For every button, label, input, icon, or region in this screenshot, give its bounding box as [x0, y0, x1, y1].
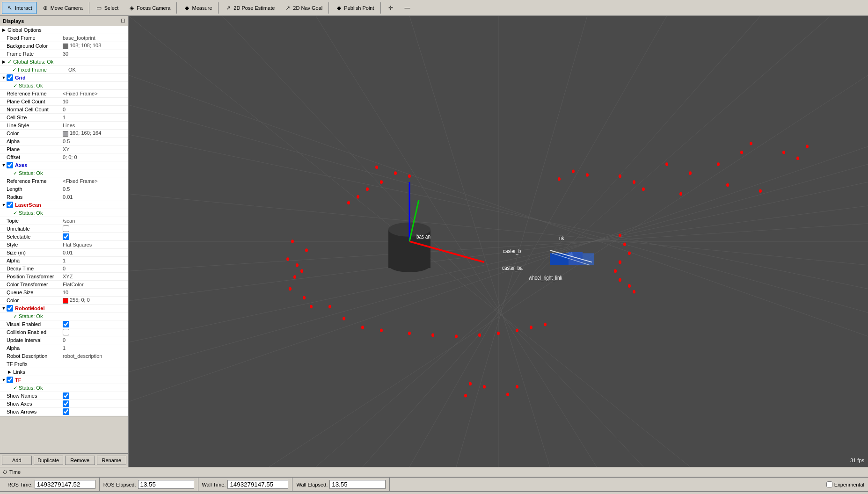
svg-point-56	[478, 334, 481, 337]
select-icon: ▭	[95, 4, 103, 12]
svg-point-81	[388, 222, 430, 236]
experimental-checkbox[interactable]	[826, 481, 832, 487]
wall-elapsed-input[interactable]	[329, 480, 386, 489]
svg-point-42	[286, 257, 289, 261]
add-toolbar-button[interactable]: ✛	[383, 2, 399, 14]
tf-show-axes-row: Show Axes	[0, 400, 128, 408]
svg-rect-92	[569, 252, 583, 265]
displays-header: Displays ☐	[0, 16, 128, 26]
expand-global-status[interactable]: ▶	[1, 59, 7, 64]
laserscan-queue-row: Queue Size 10	[0, 289, 128, 297]
grid-header[interactable]: ▼ Grid	[0, 74, 128, 82]
svg-point-40	[291, 240, 294, 243]
visual-enabled-checkbox[interactable]	[63, 321, 69, 327]
focus-camera-button[interactable]: ◈ Focus Camera	[124, 2, 175, 14]
rename-display-button[interactable]: Rename	[97, 456, 127, 465]
select-button[interactable]: ▭ Select	[91, 2, 123, 14]
svg-point-67	[623, 243, 626, 247]
experimental-section: Experimental	[826, 481, 864, 487]
svg-line-3	[129, 224, 868, 271]
grid-ref-frame-row: Reference Frame <Fixed Frame>	[0, 90, 128, 98]
expand-robotmodel[interactable]: ▼	[1, 306, 7, 311]
unreliable-checkbox[interactable]	[63, 225, 69, 232]
show-arrows-checkbox[interactable]	[63, 408, 69, 415]
add-display-button[interactable]: Add	[2, 456, 32, 465]
axes-length-row: Length 0.5	[0, 185, 128, 193]
svg-point-72	[628, 284, 631, 288]
tf-header[interactable]: ▼ TF	[0, 376, 128, 384]
svg-point-22	[375, 166, 378, 169]
show-names-checkbox[interactable]	[63, 392, 69, 399]
svg-point-23	[394, 171, 397, 175]
svg-point-26	[357, 195, 359, 199]
svg-point-21	[408, 174, 411, 178]
toolbar-separator-5	[380, 2, 381, 14]
displays-tree[interactable]: ▶ Global Options Fixed Frame base_footpr…	[0, 26, 128, 416]
svg-point-59	[530, 326, 532, 329]
displays-title: Displays	[3, 18, 24, 24]
nav-icon: ↗	[284, 4, 292, 12]
grid-plane-count-row: Plane Cell Count 10	[0, 98, 128, 106]
expand-grid[interactable]: ▼	[1, 75, 7, 80]
svg-point-47	[303, 296, 306, 300]
expand-links[interactable]: ▶	[7, 370, 12, 374]
grid-offset-row: Offset 0; 0; 0	[0, 153, 128, 161]
robotmodel-checkbox[interactable]	[7, 305, 13, 312]
ros-time-input[interactable]	[35, 480, 95, 489]
robotmodel-header[interactable]: ▼ RobotModel	[0, 305, 128, 312]
collision-enabled-checkbox[interactable]	[63, 329, 69, 335]
displays-close-button[interactable]: ☐	[121, 18, 125, 24]
tf-show-names-row: Show Names	[0, 392, 128, 400]
grid-checkbox[interactable]	[7, 74, 13, 81]
viewport[interactable]: bas an caster_b caster_ba wheel_right_li…	[129, 16, 868, 467]
interact-icon: ↖	[6, 4, 14, 12]
grid-color-swatch	[63, 131, 68, 137]
interact-button[interactable]: ↖ Interact	[2, 2, 36, 14]
svg-point-27	[347, 201, 350, 205]
remove-display-button[interactable]: Remove	[65, 456, 95, 465]
laserscan-selectable-row: Selectable	[0, 233, 128, 241]
svg-line-7	[129, 105, 868, 312]
ros-elapsed-input[interactable]	[138, 480, 194, 489]
toolbar: ↖ Interact ⊕ Move Camera ▭ Select ◈ Focu…	[0, 0, 868, 16]
2d-pose-button[interactable]: ↗ 2D Pose Estimate	[220, 2, 279, 14]
svg-point-57	[497, 332, 500, 335]
selectable-checkbox[interactable]	[63, 233, 69, 240]
svg-line-18	[363, 16, 760, 467]
measure-button[interactable]: ◆ Measure	[179, 2, 216, 14]
svg-point-43	[296, 263, 299, 267]
2d-nav-button[interactable]: ↗ 2D Nav Goal	[280, 2, 327, 14]
robotmodel-tf-prefix-row: TF Prefix	[0, 360, 128, 368]
grid-status-row: ✓ Status: Ok	[0, 82, 128, 90]
global-options-header[interactable]: ▶ Global Options	[0, 26, 128, 34]
axes-header[interactable]: ▼ Axes	[0, 161, 128, 169]
svg-line-95	[552, 253, 590, 265]
svg-point-74	[806, 145, 809, 148]
main-area: Displays ☐ ▶ Global Options Fixed Frame …	[0, 16, 868, 467]
publish-point-button[interactable]: ◆ Publish Point	[331, 2, 378, 14]
svg-point-79	[388, 258, 430, 272]
tf-checkbox[interactable]	[7, 377, 13, 383]
laserscan-checkbox[interactable]	[7, 202, 13, 208]
svg-line-83	[409, 241, 484, 262]
expand-axes[interactable]: ▼	[1, 163, 7, 167]
grid-color-row: Color 160; 160; 164	[0, 130, 128, 138]
laserscan-header[interactable]: ▼ LaserScan	[0, 201, 128, 209]
wall-elapsed-label: Wall Elapsed:	[296, 482, 328, 487]
show-axes-checkbox[interactable]	[63, 400, 69, 407]
svg-point-73	[633, 290, 635, 294]
expand-global-options[interactable]: ▶	[1, 28, 7, 32]
svg-line-6	[129, 182, 868, 342]
move-camera-button[interactable]: ⊕ Move Camera	[37, 2, 87, 14]
robotmodel-collision-row: Collision Enabled	[0, 328, 128, 336]
fixed-frame-row: Fixed Frame base_footprint	[0, 34, 128, 42]
expand-tf[interactable]: ▼	[1, 378, 7, 382]
axes-checkbox[interactable]	[7, 162, 13, 168]
robotmodel-links-row[interactable]: ▶ Links	[0, 368, 128, 376]
expand-laserscan[interactable]: ▼	[1, 203, 7, 207]
duplicate-display-button[interactable]: Duplicate	[34, 456, 64, 465]
more-options-button[interactable]: —	[400, 2, 416, 14]
laserscan-pos-transform-row: Position Transformer XYZ	[0, 273, 128, 281]
wall-time-input[interactable]	[227, 480, 288, 489]
statusbar: ROS Time: ROS Elapsed: Wall Time: Wall E…	[0, 477, 868, 491]
